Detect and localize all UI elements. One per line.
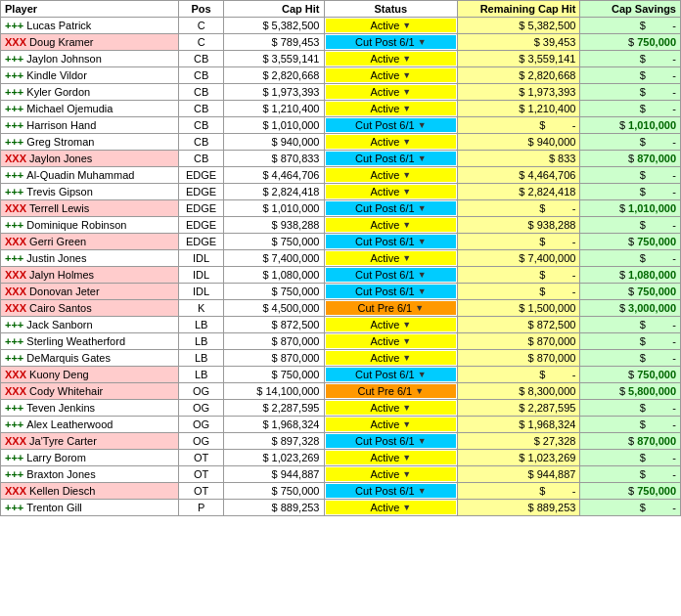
status-cell[interactable]: Active▼: [324, 350, 458, 367]
rem-cap-cell: $ 2,287,595: [458, 400, 580, 417]
status-cell[interactable]: Active▼: [324, 18, 458, 34]
cap-hit-cell: $ 872,500: [224, 317, 325, 333]
status-dropdown[interactable]: Cut Post 6/1▼: [326, 152, 457, 165]
row-prefix: +++: [5, 186, 26, 198]
status-dropdown[interactable]: Active▼: [326, 351, 457, 365]
dollar-sign: $: [640, 335, 646, 347]
dollar-sign: $: [519, 69, 524, 81]
dollar-sign: $: [619, 302, 625, 314]
status-cell[interactable]: Cut Pre 6/1▼: [324, 300, 458, 317]
status-cell[interactable]: Active▼: [324, 317, 458, 333]
status-dropdown[interactable]: Active▼: [326, 467, 457, 481]
status-cell[interactable]: Active▼: [324, 167, 458, 184]
dollar-sign: $: [262, 86, 268, 98]
status-dropdown[interactable]: Active▼: [326, 52, 457, 66]
status-dropdown[interactable]: Cut Post 6/1▼: [326, 201, 457, 215]
status-cell[interactable]: Active▼: [324, 400, 458, 417]
dollar-sign: $: [262, 169, 268, 181]
dropdown-arrow-icon: ▼: [402, 187, 411, 197]
pos-cell: OT: [179, 483, 224, 500]
status-dropdown[interactable]: Active▼: [326, 401, 457, 415]
status-cell[interactable]: Cut Pre 6/1▼: [324, 383, 458, 400]
cap-sav-cell: $ -: [580, 250, 681, 267]
status-label: Cut Post 6/1: [355, 369, 415, 380]
status-cell[interactable]: Cut Post 6/1▼: [324, 284, 458, 300]
status-cell[interactable]: Cut Post 6/1▼: [324, 234, 458, 250]
status-dropdown[interactable]: Cut Post 6/1▼: [326, 35, 457, 49]
cap-sav-value: 3,000,000: [628, 302, 676, 314]
status-dropdown[interactable]: Cut Pre 6/1▼: [326, 301, 457, 315]
table-row: +++ Kyler GordonCB$ 1,973,393Active▼$ 1,…: [1, 84, 681, 101]
status-cell[interactable]: Active▼: [324, 51, 458, 67]
status-dropdown[interactable]: Cut Post 6/1▼: [326, 368, 457, 381]
status-dropdown[interactable]: Active▼: [326, 501, 457, 514]
status-cell[interactable]: Active▼: [324, 217, 458, 234]
status-dropdown[interactable]: Active▼: [326, 19, 457, 32]
status-cell[interactable]: Active▼: [324, 134, 458, 151]
status-dropdown[interactable]: Cut Post 6/1▼: [326, 118, 457, 132]
status-dropdown[interactable]: Active▼: [326, 68, 457, 82]
cap-hit-cell: $ 14,100,000: [224, 383, 325, 400]
status-dropdown[interactable]: Cut Post 6/1▼: [326, 235, 457, 248]
status-cell[interactable]: Active▼: [324, 184, 458, 200]
dropdown-arrow-icon: ▼: [402, 253, 411, 263]
status-cell[interactable]: Active▼: [324, 250, 458, 267]
status-cell[interactable]: Active▼: [324, 67, 458, 84]
dollar-sign: $: [539, 286, 545, 297]
status-label: Active: [370, 252, 399, 264]
status-cell[interactable]: Cut Post 6/1▼: [324, 267, 458, 284]
status-dropdown[interactable]: Active▼: [326, 418, 457, 431]
dollar-sign: $: [534, 435, 540, 447]
status-cell[interactable]: Active▼: [324, 466, 458, 483]
rem-cap-cell: $ 27,328: [458, 433, 580, 450]
dropdown-arrow-icon: ▼: [402, 54, 411, 64]
status-dropdown[interactable]: Active▼: [326, 451, 457, 464]
dollar-sign: $: [272, 352, 278, 364]
table-row: XXX Jalyn HolmesIDL$ 1,080,000Cut Post 6…: [1, 267, 681, 284]
row-prefix: +++: [5, 468, 26, 480]
status-dropdown[interactable]: Active▼: [326, 218, 457, 232]
cap-hit-cell: $ 750,000: [224, 234, 325, 250]
status-dropdown[interactable]: Active▼: [326, 135, 457, 149]
pos-cell: LB: [179, 317, 224, 333]
dollar-sign: $: [262, 402, 268, 414]
status-cell[interactable]: Cut Post 6/1▼: [324, 367, 458, 383]
status-dropdown[interactable]: Cut Pre 6/1▼: [326, 384, 457, 398]
status-cell[interactable]: Active▼: [324, 333, 458, 350]
status-cell[interactable]: Cut Post 6/1▼: [324, 483, 458, 500]
dropdown-arrow-icon: ▼: [418, 120, 427, 130]
table-row: +++ Jack SanbornLB$ 872,500Active▼$ 872,…: [1, 317, 681, 333]
status-dropdown[interactable]: Cut Post 6/1▼: [326, 434, 457, 448]
status-dropdown[interactable]: Active▼: [326, 85, 457, 99]
status-cell[interactable]: Active▼: [324, 84, 458, 101]
status-cell[interactable]: Active▼: [324, 101, 458, 117]
status-dropdown[interactable]: Active▼: [326, 334, 457, 348]
status-cell[interactable]: Cut Post 6/1▼: [324, 151, 458, 167]
status-dropdown[interactable]: Active▼: [326, 318, 457, 331]
status-dropdown[interactable]: Active▼: [326, 251, 457, 265]
status-cell[interactable]: Active▼: [324, 500, 458, 516]
cap-sav-value: 1,010,000: [628, 202, 676, 214]
status-cell[interactable]: Active▼: [324, 417, 458, 433]
status-dropdown[interactable]: Cut Post 6/1▼: [326, 484, 457, 498]
status-cell[interactable]: Cut Post 6/1▼: [324, 117, 458, 134]
status-dropdown[interactable]: Cut Post 6/1▼: [326, 285, 457, 298]
status-dropdown[interactable]: Active▼: [326, 185, 457, 198]
cap-hit-cell: $ 870,000: [224, 350, 325, 367]
table-row: XXX Cairo SantosK$ 4,500,000Cut Pre 6/1▼…: [1, 300, 681, 317]
status-label: Active: [370, 452, 399, 463]
player-cell: +++ Lucas Patrick: [1, 18, 179, 34]
dropdown-arrow-icon: ▼: [402, 419, 411, 429]
status-cell[interactable]: Cut Post 6/1▼: [324, 34, 458, 51]
cap-sav-cell: $ 750,000: [580, 367, 681, 383]
row-prefix: XXX: [5, 286, 29, 297]
player-name: Jaylon Johnson: [26, 53, 101, 65]
status-cell[interactable]: Active▼: [324, 450, 458, 466]
status-cell[interactable]: Cut Post 6/1▼: [324, 200, 458, 217]
status-dropdown[interactable]: Active▼: [326, 168, 457, 182]
row-prefix: +++: [5, 119, 26, 131]
dollar-sign: $: [272, 36, 278, 48]
status-dropdown[interactable]: Cut Post 6/1▼: [326, 268, 457, 282]
status-cell[interactable]: Cut Post 6/1▼: [324, 433, 458, 450]
status-dropdown[interactable]: Active▼: [326, 102, 457, 115]
